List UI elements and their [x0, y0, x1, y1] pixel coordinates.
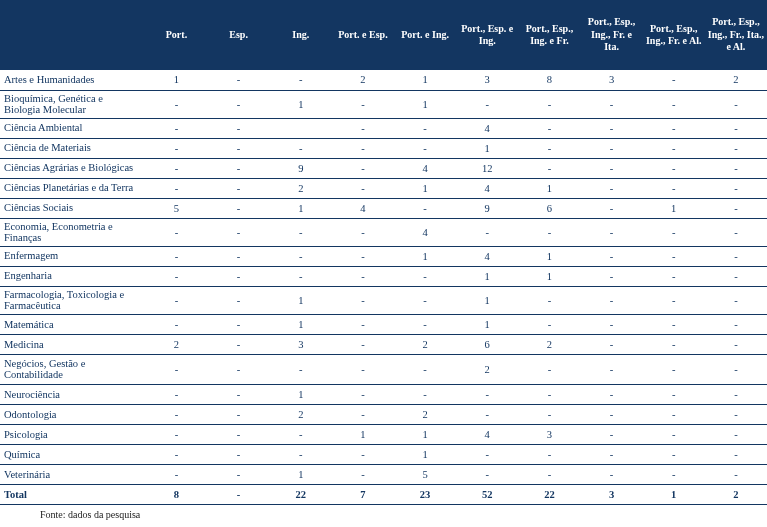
cell: - [145, 246, 207, 266]
cell: 4 [456, 424, 518, 444]
cell: - [705, 444, 767, 464]
row-label: Química [0, 444, 145, 464]
cell: - [518, 354, 580, 384]
cell: 9 [270, 158, 332, 178]
cell: 2 [518, 334, 580, 354]
cell: - [332, 158, 394, 178]
cell: - [208, 444, 270, 464]
cell: - [580, 424, 642, 444]
table-row: Odontologia--2-2----- [0, 404, 767, 424]
col-header-6: Port., Esp., Ing. e Fr. [518, 0, 580, 70]
cell: - [705, 424, 767, 444]
cell: - [145, 138, 207, 158]
cell: 3 [518, 424, 580, 444]
total-row: Total8-227235222312 [0, 484, 767, 504]
cell: - [705, 314, 767, 334]
cell: - [456, 384, 518, 404]
col-header-3: Port. e Esp. [332, 0, 394, 70]
cell: - [394, 138, 456, 158]
cell: 2 [456, 354, 518, 384]
cell: 1 [270, 464, 332, 484]
cell: - [643, 384, 705, 404]
cell: - [643, 266, 705, 286]
row-label: Medicina [0, 334, 145, 354]
cell: - [643, 444, 705, 464]
cell: 9 [456, 198, 518, 218]
cell: 1 [456, 314, 518, 334]
cell: - [643, 218, 705, 246]
cell: - [456, 444, 518, 464]
cell: - [643, 464, 705, 484]
table-row: Engenharia-----11--- [0, 266, 767, 286]
table-row: Ciências Planetárias e da Terra--2-141--… [0, 178, 767, 198]
cell: - [332, 286, 394, 314]
cell: - [208, 384, 270, 404]
table-header: Port.Esp.Ing.Port. e Esp.Port. e Ing.Por… [0, 0, 767, 70]
cell: - [394, 314, 456, 334]
cell: 1 [394, 90, 456, 118]
cell: - [208, 314, 270, 334]
cell: - [208, 404, 270, 424]
cell: - [456, 404, 518, 424]
cell: - [270, 138, 332, 158]
table-row: Economia, Econometria e Finanças----4---… [0, 218, 767, 246]
cell: 1 [518, 266, 580, 286]
cell: - [580, 246, 642, 266]
cell: - [705, 178, 767, 198]
cell: - [208, 354, 270, 384]
cell: 1 [518, 178, 580, 198]
table-row: Ciência de Materiais-----1---- [0, 138, 767, 158]
col-header-9: Port., Esp., Ing., Fr., Ita., e Al. [705, 0, 767, 70]
cell: 4 [332, 198, 394, 218]
cell: 1 [270, 314, 332, 334]
cell: - [705, 354, 767, 384]
cell: - [580, 266, 642, 286]
cell: - [580, 118, 642, 138]
cell: - [332, 138, 394, 158]
source-note: Fonte: dados da pesquisa [0, 505, 767, 520]
row-label: Ciências Agrárias e Biológicas [0, 158, 145, 178]
table-row: Psicologia---1143--- [0, 424, 767, 444]
cell: - [456, 464, 518, 484]
cell: - [705, 118, 767, 138]
col-header-2: Ing. [270, 0, 332, 70]
cell: - [580, 464, 642, 484]
cell: - [145, 404, 207, 424]
cell: - [208, 158, 270, 178]
cell: - [332, 314, 394, 334]
cell: 8 [518, 70, 580, 90]
cell: 4 [394, 218, 456, 246]
cell: - [145, 464, 207, 484]
cell: - [208, 334, 270, 354]
cell: - [270, 354, 332, 384]
cell: - [208, 424, 270, 444]
total-cell: 2 [705, 484, 767, 504]
table-row: Ciências Sociais5-14-96-1- [0, 198, 767, 218]
row-label: Negócios, Gestão e Contabilidade [0, 354, 145, 384]
cell: - [270, 424, 332, 444]
cell: - [705, 286, 767, 314]
table-row: Química----1----- [0, 444, 767, 464]
cell: 1 [145, 70, 207, 90]
cell: 1 [270, 286, 332, 314]
total-cell: 22 [518, 484, 580, 504]
row-label: Farmacologia, Toxicologia e Farmacêutica [0, 286, 145, 314]
cell: - [580, 178, 642, 198]
table-row: Negócios, Gestão e Contabilidade-----2--… [0, 354, 767, 384]
cell: 5 [145, 198, 207, 218]
cell: - [580, 334, 642, 354]
cell: - [643, 286, 705, 314]
row-label: Veterinária [0, 464, 145, 484]
row-label: Economia, Econometria e Finanças [0, 218, 145, 246]
cell: - [145, 286, 207, 314]
table-row: Neurociência--1------- [0, 384, 767, 404]
cell: - [518, 138, 580, 158]
col-header-8: Port., Esp., Ing., Fr. e Al. [643, 0, 705, 70]
cell: - [580, 384, 642, 404]
cell: - [705, 404, 767, 424]
cell: - [332, 334, 394, 354]
row-label: Matemática [0, 314, 145, 334]
cell: 1 [643, 198, 705, 218]
cell: - [705, 246, 767, 266]
cell: 2 [394, 334, 456, 354]
